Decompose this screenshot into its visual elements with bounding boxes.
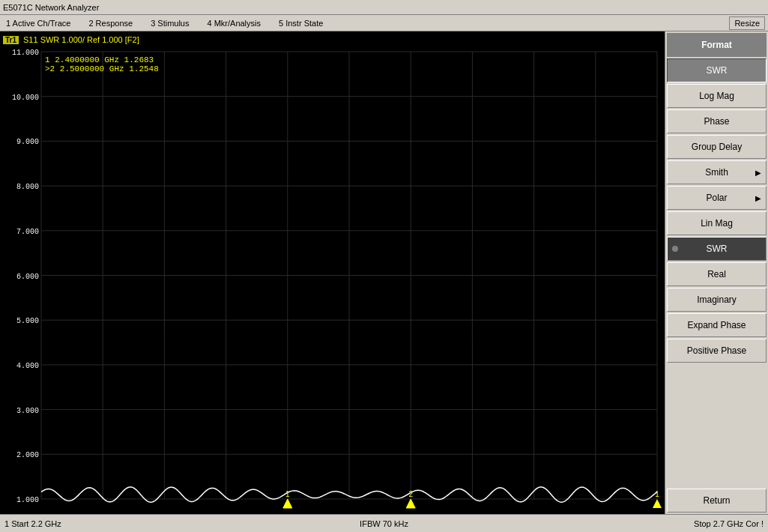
- title-bar: E5071C Network Analyzer: [0, 0, 768, 15]
- format-header: Format: [667, 33, 767, 57]
- return-button[interactable]: Return: [667, 489, 767, 513]
- lin-mag-button[interactable]: Lin Mag: [667, 211, 767, 235]
- app-title: E5071C Network Analyzer: [3, 3, 99, 12]
- menu-mkr-analysis[interactable]: 4 Mkr/Analysis: [204, 17, 264, 29]
- plot-canvas: [0, 48, 665, 514]
- positive-phase-button[interactable]: Positive Phase: [667, 339, 767, 363]
- imaginary-button[interactable]: Imaginary: [667, 288, 767, 312]
- menu-active-ch[interactable]: 1 Active Ch/Trace: [3, 17, 73, 29]
- menu-bar: 1 Active Ch/Trace 2 Response 3 Stimulus …: [0, 15, 768, 31]
- main-content: Tr1 S11 SWR 1.000/ Ref 1.000 [F2] 1 2.40…: [0, 31, 768, 514]
- log-mag-button[interactable]: Log Mag: [667, 84, 767, 108]
- menu-stimulus[interactable]: 3 Stimulus: [148, 17, 192, 29]
- chart-plot: 1 2.4000000 GHz 1.2683 >2 2.5000000 GHz …: [0, 48, 665, 514]
- polar-arrow-icon: ▶: [755, 194, 761, 202]
- status-bar: 1 Start 2.2 GHz IFBW 70 kHz Stop 2.7 GHz…: [0, 514, 768, 532]
- smith-button[interactable]: Smith ▶: [667, 160, 767, 184]
- real-button[interactable]: Real: [667, 262, 767, 286]
- swr-format-button[interactable]: SWR: [667, 58, 767, 82]
- selected-dot-icon: [672, 246, 678, 252]
- chart-container: Tr1 S11 SWR 1.000/ Ref 1.000 [F2] 1 2.40…: [0, 31, 665, 514]
- trace-label: Tr1: [3, 36, 19, 44]
- phase-button[interactable]: Phase: [667, 109, 767, 133]
- status-stop: Stop 2.7 GHz Cor !: [510, 519, 764, 528]
- menu-instr-state[interactable]: 5 Instr State: [276, 17, 326, 29]
- resize-button[interactable]: Resize: [729, 16, 765, 30]
- menu-response[interactable]: 2 Response: [85, 17, 136, 29]
- swr-selected-button[interactable]: SWR: [667, 237, 767, 261]
- group-delay-button[interactable]: Group Delay: [667, 135, 767, 159]
- status-ifbw: IFBW 70 kHz: [258, 519, 511, 528]
- status-start: 1 Start 2.2 GHz: [4, 519, 258, 528]
- right-panel: Format SWR Log Mag Phase Group Delay Smi…: [665, 31, 768, 514]
- trace-info: S11 SWR 1.000/ Ref 1.000 [F2]: [23, 35, 139, 44]
- polar-button[interactable]: Polar ▶: [667, 186, 767, 210]
- smith-arrow-icon: ▶: [755, 169, 761, 177]
- expand-phase-button[interactable]: Expand Phase: [667, 313, 767, 337]
- trace-header: Tr1 S11 SWR 1.000/ Ref 1.000 [F2]: [0, 31, 665, 48]
